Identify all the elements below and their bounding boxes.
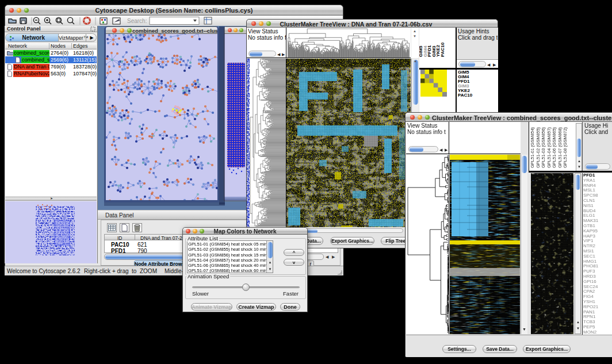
svg-text:GPL51-07 (GSM868): GPL51-07 (GSM868) <box>557 127 563 168</box>
svg-text:GPL51-02 (GSM855): GPL51-02 (GSM855) <box>536 127 541 168</box>
svg-text:GPL51-03 (GSM856): GPL51-03 (GSM856) <box>541 127 546 168</box>
svg-text:GPL51-01 (GSM854): GPL51-01 (GSM854) <box>530 127 535 168</box>
svg-text:PAC10: PAC10 <box>440 42 445 57</box>
svg-text:GPL51-06 (GSM865): GPL51-06 (GSM865) <box>552 127 557 168</box>
svg-text:Search:: Search: <box>127 18 147 24</box>
svg-text:GPL51-08 (GSM872): GPL51-08 (GSM872) <box>563 127 568 168</box>
svg-text:GPL51-04 (GSM857): GPL51-04 (GSM857) <box>546 127 552 168</box>
